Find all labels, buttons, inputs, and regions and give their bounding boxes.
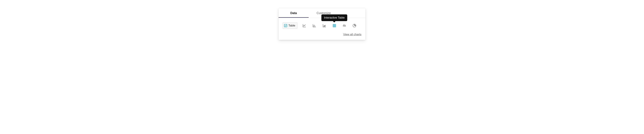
tab-customize[interactable]: Customize [309, 8, 339, 18]
chart-type-interactive-table[interactable]: Interactive Table [331, 22, 338, 29]
chart-type-label: Table [288, 24, 295, 27]
scorecard-label: 4k [343, 24, 346, 27]
chart-type-bar[interactable] [311, 22, 318, 29]
chart-type-row: Table Interactive Table 4 [278, 18, 366, 30]
view-all-charts-link[interactable]: View all charts [343, 33, 362, 36]
tab-label: Customize [316, 11, 331, 15]
tab-data[interactable]: Data [278, 8, 309, 18]
tab-label: Data [290, 11, 297, 15]
link-text: View all charts [343, 33, 362, 36]
chart-type-scorecard[interactable]: 4k [341, 22, 348, 29]
footer: View all charts [278, 30, 366, 40]
chart-picker-panel: Data Customize Table [278, 8, 366, 40]
chart-type-area[interactable] [321, 22, 328, 29]
chart-type-pie[interactable] [351, 22, 358, 29]
tabs: Data Customize [278, 8, 366, 18]
bar-chart-icon [312, 24, 316, 27]
checkbox-icon [284, 24, 287, 27]
chart-type-table[interactable]: Table [282, 22, 298, 29]
pie-chart-icon [352, 24, 356, 27]
area-chart-icon [322, 24, 326, 27]
chart-type-line[interactable] [301, 22, 308, 29]
grid-icon [332, 24, 336, 27]
svg-rect-0 [333, 24, 336, 27]
line-chart-icon [302, 24, 306, 27]
